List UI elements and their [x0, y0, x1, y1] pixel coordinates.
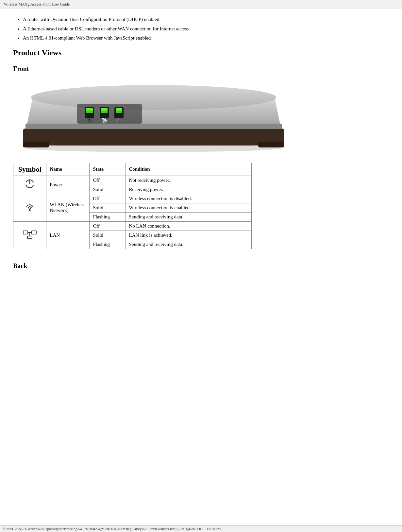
state-lan-off: Off [90, 221, 126, 231]
svg-rect-22 [23, 231, 28, 234]
condition-power-solid: Receiving power. [126, 185, 251, 194]
svg-rect-23 [32, 231, 36, 234]
condition-lan-solid: LAN link is achieved. [126, 231, 251, 240]
col-name: Name [46, 163, 90, 176]
svg-text:🔌: 🔌 [116, 118, 122, 123]
condition-power-off: Not receiving power. [126, 176, 251, 185]
svg-rect-2 [23, 142, 49, 147]
state-wlan-solid: Solid [90, 203, 126, 212]
power-icon [24, 178, 36, 190]
svg-text:⏻: ⏻ [87, 118, 92, 123]
svg-rect-26 [27, 236, 32, 239]
bullet-item-1: A router with Dynamic Host Configuration… [23, 16, 389, 23]
bottom-bar-text: file:///G|/CSO/T-Writer%20Repository/Net… [3, 527, 221, 531]
state-lan-flashing: Flashing [90, 240, 126, 249]
bottom-bar: file:///G|/CSO/T-Writer%20Repository/Net… [0, 525, 402, 532]
lan-icon [23, 228, 37, 240]
svg-point-4 [31, 85, 276, 110]
table-row-power-off: Power Off Not receiving power. [13, 176, 252, 185]
state-lan-solid: Solid [90, 231, 126, 240]
router-illustration: ⏻ 📡 🔌 [13, 78, 294, 153]
condition-lan-flashing: Sending and receiving data. [126, 240, 251, 249]
svg-rect-9 [86, 108, 93, 111]
state-wlan-flashing: Flashing [90, 212, 126, 221]
wlan-icon [23, 201, 36, 213]
col-state: State [90, 163, 126, 176]
svg-rect-5 [25, 124, 282, 129]
bullet-item-3: An HTML 4.01-compliant Web Browser with … [23, 34, 389, 42]
condition-wlan-off: Wireless connection is disabled. [126, 194, 251, 203]
symbol-wlan [13, 194, 46, 221]
main-content: A router with Dynamic Host Configuration… [0, 9, 402, 288]
name-lan: LAN [46, 221, 90, 249]
svg-rect-13 [101, 108, 108, 111]
condition-wlan-solid: Wireless connection is enabled. [126, 203, 251, 212]
table-row-lan-off: LAN Off No LAN connection. [13, 221, 252, 231]
condition-wlan-flashing: Sending and receiving data. [126, 212, 251, 221]
page-title: Wireless MAXg Access Point User Guide [4, 2, 70, 7]
state-power-off: Off [90, 176, 126, 185]
page-title-bar: Wireless MAXg Access Point User Guide [0, 0, 402, 9]
led-table: Symbol Name State Condition Power Off No… [13, 163, 252, 249]
state-power-solid: Solid [90, 185, 126, 194]
col-condition: Condition [126, 163, 251, 176]
table-row-wlan-off: WLAN (Wireless Network) Off Wireless con… [13, 194, 252, 203]
name-wlan: WLAN (Wireless Network) [46, 194, 90, 221]
condition-lan-off: No LAN connection. [126, 221, 251, 231]
svg-rect-17 [116, 108, 122, 111]
state-wlan-off: Off [90, 194, 126, 203]
requirements-list: A router with Dynamic Host Configuration… [23, 16, 389, 42]
bullet-item-2: A Ethernet-based cable or DSL modem or o… [23, 25, 389, 33]
svg-text:📡: 📡 [102, 118, 108, 123]
router-image-container: ⏻ 📡 🔌 [13, 78, 389, 153]
symbol-lan [13, 221, 46, 249]
front-heading: Front [13, 65, 389, 73]
name-power: Power [46, 176, 90, 194]
back-heading: Back [13, 262, 389, 270]
product-views-heading: Product Views [13, 48, 389, 57]
col-symbol: Symbol [13, 163, 46, 176]
svg-rect-1 [23, 129, 284, 146]
symbol-power [13, 176, 46, 194]
svg-point-21 [29, 210, 31, 211]
svg-rect-3 [258, 142, 284, 147]
